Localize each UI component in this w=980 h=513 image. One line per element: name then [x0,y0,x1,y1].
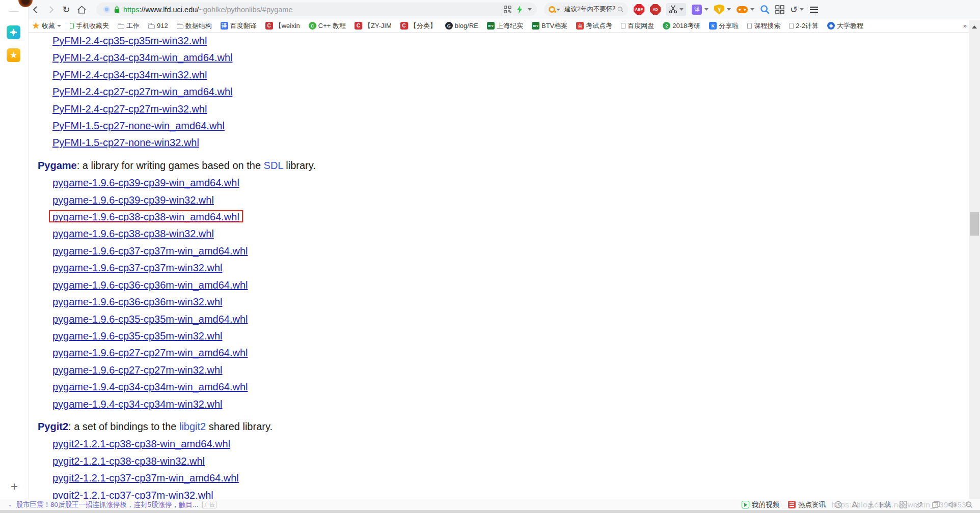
refresh-button[interactable]: ↻ [59,3,74,17]
bookmark-item[interactable]: ◉ 大学教程 [827,21,863,31]
vertical-scrollbar[interactable] [969,20,980,501]
news-ticker-text[interactable]: 股市巨震！80后股王一招连抓涨停板，连封5股涨停，触目... [16,500,199,509]
translate-caret-icon[interactable] [704,8,709,11]
wheel-link[interactable]: pygame-1.9.6-cp38-cp38-win_amd64.whl [52,211,239,222]
extension-wallet[interactable]: ¥ [714,5,731,15]
hot-news-button[interactable]: 热点资讯 [788,500,826,509]
bookmark-item[interactable]: K 分享啦 [709,21,739,31]
sidebar-app-collector-icon[interactable] [7,25,20,39]
wheel-link[interactable]: pygame-1.9.6-cp39-cp39-win32.whl [52,194,214,206]
bookmark-label: 工作 [126,21,140,31]
wheel-link[interactable]: pygame-1.9.6-cp38-cp38-win32.whl [52,228,214,239]
scrollbar-thumb[interactable] [970,212,979,236]
address-bar[interactable]: https://www.lfd.uci.edu/~gohlke/pythonli… [96,3,537,16]
bookmark-item[interactable]: 百度网盘 [621,21,654,31]
games-caret-icon[interactable] [750,8,754,11]
site-info-icon[interactable] [103,6,110,13]
sidebar-app-favorites-icon[interactable]: ★ [7,48,20,62]
wheel-link[interactable]: pygame-1.9.6-cp35-cp35m-win32.whl [52,330,223,341]
mute-button[interactable] [948,501,957,508]
bookmark-item[interactable]: BTV BTV档案 [532,21,567,31]
bookmark-item[interactable]: G blog/RE [445,22,478,30]
url-text[interactable]: https://www.lfd.uci.edu/~gohlke/pythonli… [123,6,500,14]
address-options-caret-icon[interactable] [528,8,532,11]
search-engine-caret-icon[interactable] [556,9,560,11]
bookmark-item[interactable]: 工作 [118,21,140,31]
wheel-link[interactable]: pygame-1.9.6-cp37-cp37m-win32.whl [52,262,223,273]
wheel-link[interactable]: pygame-1.9.6-cp39-cp39-win_amd64.whl [52,177,239,188]
wheel-link[interactable]: pygame-1.9.4-cp34-cp34m-win32.whl [52,398,223,410]
sdl-link[interactable]: SDL [264,160,283,171]
bookmark-item[interactable]: » [963,22,967,30]
extension-games[interactable] [737,6,754,13]
wheel-link[interactable]: pygit2-1.2.1-cp37-cp37m-win_amd64.whl [52,472,239,483]
wheel-link[interactable]: PyFMI-2.4-cp34-cp34m-win32.whl [52,69,207,80]
clipper-caret-icon[interactable] [679,8,684,11]
page-search-button[interactable] [965,501,973,508]
libgit2-link[interactable]: libgit2 [179,421,206,432]
wallet-caret-icon[interactable] [727,8,731,11]
bookmark-item[interactable]: 2-2计算 [789,21,819,31]
wheel-link[interactable]: PyFMI-2.4-cp35-cp35m-win32.whl [52,35,207,46]
wheel-link[interactable]: PyFMI-1.5-cp27-none-win32.whl [52,137,199,148]
bookmark-item[interactable]: BTV 上海纪实 [487,21,523,31]
bookmark-item[interactable]: 点 考试点考 [576,21,612,31]
collapse-chevron-icon[interactable]: ⌄⌄ [8,504,12,506]
qr-code-icon[interactable] [504,6,511,13]
search-engine-icon[interactable] [549,6,555,13]
split-window-button[interactable] [932,501,940,508]
apps-grid-button[interactable] [775,5,784,14]
recently-closed-caret-icon[interactable] [800,8,804,11]
wheel-link[interactable]: pygame-1.9.6-cp35-cp35m-win_amd64.whl [52,314,248,325]
search-icon[interactable] [617,6,623,13]
page-find-button[interactable] [760,5,770,14]
extension-abp[interactable]: ABP [634,4,644,15]
history-button[interactable] [834,501,842,508]
bookmark-item[interactable]: C C++ 教程 [309,21,346,31]
wheel-link[interactable]: pygame-1.9.4-cp34-cp34m-win_amd64.whl [52,381,248,392]
bookmark-item[interactable]: 2 2018考研 [663,21,700,31]
theme-button[interactable] [916,501,923,508]
wheel-link[interactable]: pygame-1.9.6-cp27-cp27m-win_amd64.whl [52,347,248,358]
search-placeholder[interactable]: 建议2年内不要怀孕 [564,5,615,14]
bookmark-item[interactable]: C 【ZY-JIM [355,21,392,31]
lightning-icon[interactable] [516,6,523,14]
wheel-link[interactable]: PyFMI-2.4-cp27-cp27m-win32.whl [52,103,207,115]
wheel-link[interactable]: pygame-1.9.6-cp27-cp27m-win32.whl [52,364,223,376]
main-menu-button[interactable] [810,7,818,13]
wheel-link[interactable]: PyFMI-2.4-cp27-cp27m-win_amd64.whl [52,86,232,97]
my-video-button[interactable]: 我的视频 [742,500,779,509]
bookmark-item[interactable]: 数据结构 [177,21,212,31]
bookmark-item[interactable]: 912 [148,22,168,30]
wheel-link[interactable]: pygit2-1.2.1-cp38-cp38-win32.whl [52,455,205,467]
download-button[interactable]: 下载 [867,500,891,509]
news-ticker[interactable]: ⌄⌄ 股市巨震！80后股王一招连抓涨停板，连封5股涨停，触目... 广告 [8,500,216,509]
bookmark-item[interactable]: 课程搜索 [747,21,780,31]
extension-adblock[interactable]: AD [650,4,661,15]
wheel-link[interactable]: PyFMI-1.5-cp27-none-win_amd64.whl [52,120,225,131]
sidebar-add-button[interactable]: + [7,479,21,494]
forward-button[interactable] [43,3,59,17]
recently-closed-button[interactable]: ↺ [790,5,804,14]
wheel-link[interactable]: pygame-1.9.6-cp36-cp36m-win_amd64.whl [52,279,248,291]
bookmark-item[interactable]: C 【分类】 [400,21,437,31]
boost-button[interactable] [851,501,859,508]
package-name: Pygame [38,160,77,171]
wheel-link[interactable]: PyFMI-2.4-cp34-cp34m-win_amd64.whl [52,52,232,63]
wheel-link[interactable]: pygame-1.9.6-cp37-cp37m-win_amd64.whl [52,245,248,256]
games-center-button[interactable] [900,501,907,508]
download-icon [867,501,875,508]
bookmark-item[interactable]: 手机收藏夹 [70,21,109,31]
wheel-link[interactable]: pygame-1.9.6-cp36-cp36m-win32.whl [52,296,223,307]
wheel-link[interactable]: pygit2-1.2.1-cp38-cp38-win_amd64.whl [52,438,230,449]
package-desc-after: shared library. [206,421,273,432]
bookmark-item[interactable]: 译 百度翻译 [221,21,257,31]
scroll-up-arrow-icon[interactable] [972,25,977,28]
bookmark-item[interactable]: C 【weixin [265,21,300,31]
bookmark-item[interactable]: ★ 收藏 [32,21,61,31]
home-button[interactable] [74,3,89,17]
bookmark-caret-icon[interactable] [57,25,61,27]
extension-clipper[interactable] [666,3,686,16]
extension-translate[interactable]: 译 [692,5,709,15]
search-input[interactable]: 建议2年内不要怀孕 [544,3,628,16]
